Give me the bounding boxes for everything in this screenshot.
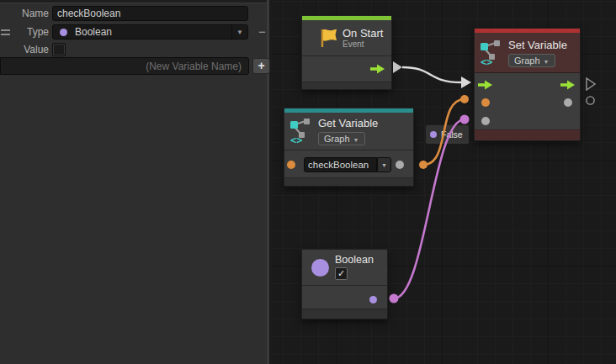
node-footer: [284, 177, 413, 186]
on-start-node[interactable]: On Start Event: [301, 15, 392, 90]
value-output-port[interactable]: [369, 296, 377, 303]
variable-type-dropdown[interactable]: Boolean: [52, 24, 248, 40]
new-variable-input[interactable]: [0, 57, 249, 75]
variable-scope-dropdown[interactable]: Graph: [508, 54, 555, 67]
boolean-value-checkbox[interactable]: ✓: [335, 267, 348, 280]
value-output-port[interactable]: [396, 161, 404, 169]
unity-visual-scripting-window: Name Type Boolean − Value + On Start Eve…: [0, 0, 616, 364]
panel-top-strip: [0, 0, 267, 3]
boolean-literal-node[interactable]: Boolean ✓: [301, 249, 388, 319]
node-footer: [302, 82, 391, 89]
graph-variable-icon: <>: [289, 118, 312, 145]
name-label: Name: [0, 6, 49, 21]
value-tooltip: False: [426, 125, 469, 144]
node-footer: [475, 129, 580, 140]
node-footer: [302, 309, 387, 319]
control-output-port[interactable]: [560, 80, 576, 90]
get-variable-title: Get Variable: [318, 117, 378, 129]
variable-name-input[interactable]: [52, 6, 248, 21]
boolean-type-dot-icon: [60, 29, 67, 36]
svg-text:<>: <>: [290, 135, 302, 145]
value-tooltip-text: False: [441, 129, 463, 140]
add-variable-button[interactable]: +: [252, 58, 270, 74]
variables-panel: Name Type Boolean − Value +: [0, 0, 269, 364]
chevron-down-icon: [544, 55, 550, 66]
svg-text:<>: <>: [481, 56, 492, 66]
variable-name-select[interactable]: checkBoolean: [304, 157, 377, 172]
circle-icon: [311, 259, 329, 277]
flag-icon: [319, 28, 337, 48]
set-variable-node[interactable]: <> Set Variable Graph: [474, 28, 581, 141]
graph-variable-icon: <>: [480, 40, 502, 66]
variable-type-value: Boolean: [75, 26, 112, 38]
chevron-down-icon: [231, 25, 247, 39]
scope-label: Graph: [514, 55, 540, 66]
on-start-subtitle: Event: [343, 40, 383, 49]
type-label: Type: [0, 24, 49, 40]
value-label: Value: [0, 42, 49, 57]
get-variable-node[interactable]: <> Get Variable Graph checkBoolean: [284, 108, 414, 187]
boolean-type-dot-icon: [430, 131, 437, 138]
remove-variable-button[interactable]: −: [255, 24, 269, 40]
set-variable-title: Set Variable: [508, 39, 567, 51]
chevron-down-icon[interactable]: [377, 157, 391, 172]
variable-value-checkbox[interactable]: [52, 43, 66, 56]
control-output-port[interactable]: [369, 64, 385, 74]
scope-label: Graph: [324, 134, 350, 144]
value-input-port[interactable]: [481, 98, 490, 107]
chevron-down-icon: [353, 134, 359, 144]
on-start-title: On Start: [343, 27, 383, 40]
boolean-node-title: Boolean: [335, 254, 374, 266]
value-output-port[interactable]: [564, 98, 572, 107]
control-input-port[interactable]: [477, 80, 493, 90]
value-input-port[interactable]: [481, 117, 490, 125]
variable-name-input-port[interactable]: [287, 161, 295, 169]
variable-scope-dropdown[interactable]: Graph: [318, 132, 365, 145]
